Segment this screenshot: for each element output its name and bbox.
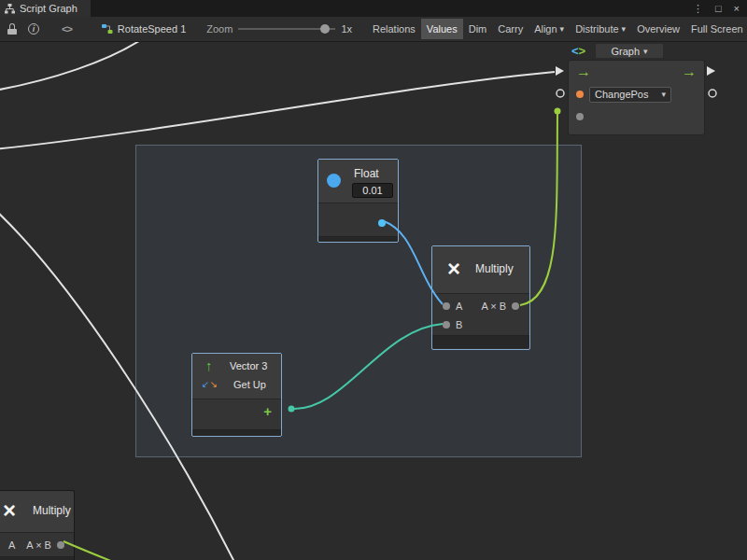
node-multiply-header[interactable]: × Multiply	[432, 246, 529, 293]
overview-label: Overview	[637, 23, 680, 35]
changepos-dropdown-label: ChangePos	[595, 89, 649, 100]
chevron-down-icon: ▾	[643, 47, 648, 56]
relations-label: Relations	[373, 23, 416, 35]
node-float[interactable]: Float 0.01	[317, 159, 399, 243]
menu-icon[interactable]: ⋮	[693, 0, 703, 17]
node-title: Multiply	[475, 262, 514, 275]
zoom-label: Zoom	[206, 23, 233, 35]
multiply-output-port[interactable]	[512, 302, 519, 310]
lock-icon[interactable]	[7, 23, 17, 35]
dim-button[interactable]: Dim	[463, 19, 493, 39]
graph-dropdown-label: Graph	[611, 46, 640, 57]
overview-button[interactable]: Overview	[631, 19, 685, 39]
get-up-icon: ↙↘	[202, 379, 218, 389]
chevron-down-icon: ▾	[622, 24, 627, 34]
carry-label: Carry	[498, 23, 523, 35]
port-a-label: A	[456, 301, 462, 312]
dim-label: Dim	[469, 23, 487, 35]
graph-dropdown[interactable]: Graph ▾	[595, 43, 664, 59]
window-title: Script Graph	[20, 3, 78, 14]
float-output-port[interactable]	[378, 219, 386, 227]
node-changepos-unit[interactable]: → → ChangePos ▾	[568, 60, 705, 135]
flow-input-port[interactable]: →	[576, 64, 591, 79]
chevron-down-icon: ▾	[661, 90, 666, 99]
chevron-down-icon: ▾	[560, 24, 565, 34]
titlebar: Script Graph ⋮ □ ×	[0, 0, 747, 17]
script-graph-asset-icon	[102, 23, 113, 35]
toolbar: i <> RotateSpeed 1 Zoom 1x Relations Val…	[0, 17, 747, 42]
float-type-icon	[327, 174, 341, 188]
node-multiply-partial-header[interactable]: × Multiply	[0, 491, 74, 532]
align-label: Align	[534, 23, 557, 35]
multiply-icon: ×	[3, 499, 16, 522]
changepos-value-port[interactable]	[576, 91, 584, 98]
node-footer	[0, 556, 74, 560]
port-a-label: A	[8, 539, 15, 551]
node-float-header[interactable]: Float 0.01	[318, 160, 398, 203]
maximize-icon[interactable]: □	[715, 0, 722, 17]
multiply-input-b-port[interactable]	[443, 321, 450, 329]
float-value-input[interactable]: 0.01	[352, 183, 393, 198]
vector3-output-icon[interactable]: +	[263, 405, 272, 418]
distribute-dropdown-button[interactable]: Distribute▾	[570, 19, 631, 39]
flow-output-port[interactable]: →	[682, 64, 697, 79]
up-arrow-icon: ↑	[205, 357, 213, 373]
unity-script-graph-window: Script Graph ⋮ □ × i <> RotateSpeed 1 Zo…	[0, 0, 747, 560]
carry-button[interactable]: Carry	[492, 19, 529, 39]
node-multiply-partial[interactable]: × Multiply A A × B	[0, 490, 75, 560]
node-subtitle: Get Up	[233, 379, 266, 390]
full-screen-button[interactable]: Full Screen	[685, 19, 747, 39]
code-icon[interactable]: <>	[62, 23, 72, 35]
multiply-input-a-port[interactable]	[443, 302, 450, 310]
values-button[interactable]: Values	[421, 19, 463, 39]
node-vector3-get-up[interactable]: ↑ Vector 3 ↙↘ Get Up +	[191, 353, 282, 437]
distribute-label: Distribute	[575, 23, 618, 35]
toolbar-buttons: Relations Values Dim Carry Align▾ Distri…	[367, 19, 747, 39]
align-dropdown-button[interactable]: Align▾	[529, 19, 570, 39]
port-b-label: B	[456, 319, 462, 330]
graph-code-icon: <>	[571, 44, 585, 58]
zoom-value: 1x	[341, 23, 352, 35]
node-title: Float	[354, 167, 379, 180]
close-icon[interactable]: ×	[734, 0, 740, 17]
graph-asset-name[interactable]: RotateSpeed 1	[118, 23, 186, 35]
node-title: Vector 3	[230, 360, 267, 371]
full-screen-label: Full Screen	[691, 23, 743, 35]
node-footer	[318, 236, 398, 242]
info-icon[interactable]: i	[28, 23, 39, 35]
node-footer	[432, 335, 529, 348]
graph-icon	[5, 4, 15, 14]
zoom-slider-handle[interactable]	[320, 24, 330, 34]
port-out-label: A × B	[481, 301, 506, 312]
zoom-slider[interactable]	[238, 23, 335, 35]
relations-button[interactable]: Relations	[367, 19, 421, 39]
port-out-label: A × B	[26, 539, 51, 551]
multiply-icon: ×	[447, 258, 460, 280]
multiply-partial-output-port[interactable]	[57, 541, 64, 549]
graph-canvas[interactable]: Float 0.01 × Multiply A A × B	[0, 42, 747, 560]
unit-input-port[interactable]	[576, 113, 584, 120]
changepos-dropdown[interactable]: ChangePos ▾	[589, 87, 671, 103]
node-multiply[interactable]: × Multiply A A × B B	[431, 245, 530, 350]
node-title: Multiply	[33, 504, 71, 517]
values-label: Values	[427, 23, 458, 35]
tab-script-graph[interactable]: Script Graph	[0, 0, 91, 17]
node-vector3-header[interactable]: ↑ Vector 3 ↙↘ Get Up	[192, 354, 281, 399]
node-footer	[192, 429, 281, 436]
